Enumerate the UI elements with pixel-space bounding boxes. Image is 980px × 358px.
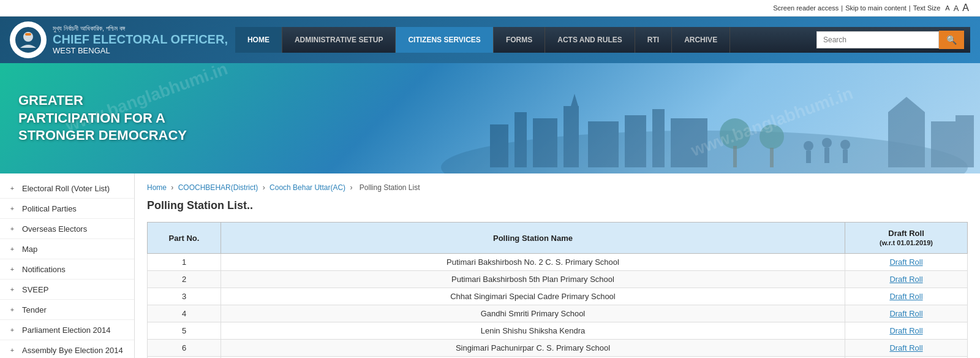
sidebar-item-map[interactable]: + Map xyxy=(0,239,134,259)
sidebar: + Electoral Roll (Voter List) + Politica… xyxy=(0,173,135,358)
sidebar-item-parliament-election[interactable]: + Parliament Election 2014 xyxy=(0,320,134,340)
svg-point-19 xyxy=(822,138,832,148)
sidebar-item-sveep[interactable]: + SVEEP xyxy=(0,280,134,300)
svg-rect-23 xyxy=(888,112,925,167)
font-a-small[interactable]: A xyxy=(945,4,949,12)
th-draft-roll-label: Draft Roll xyxy=(888,229,924,238)
search-input[interactable] xyxy=(816,31,939,48)
svg-point-21 xyxy=(840,140,850,150)
svg-rect-18 xyxy=(806,151,811,163)
sidebar-label-6: Tender xyxy=(22,305,47,314)
table-row: 5 Lenin Shishu Shiksha Kendra Draft Roll xyxy=(148,322,968,340)
svg-rect-25 xyxy=(931,121,956,167)
cell-draft-roll[interactable]: Draft Roll xyxy=(845,340,968,357)
svg-rect-16 xyxy=(770,148,774,167)
page-title: Polling Station List.. xyxy=(147,199,968,212)
breadcrumb-district[interactable]: COOCHBEHAR(District) xyxy=(178,183,258,192)
cell-part-no: 2 xyxy=(148,271,221,288)
sidebar-item-assembly-bye-election[interactable]: + Assembly Bye Election 2014 xyxy=(0,340,134,358)
plus-icon-8: + xyxy=(7,345,17,355)
search-button[interactable]: 🔍 xyxy=(939,31,964,49)
svg-rect-26 xyxy=(956,115,974,167)
banner-line3: STRONGER DEMOCRACY xyxy=(18,127,187,145)
cell-station-name: Gandhi Smriti Primary School xyxy=(221,305,845,322)
plus-icon-7: + xyxy=(7,325,17,335)
cell-station-name: Singimari Pachunirpar C. S. Primary Scho… xyxy=(221,340,845,357)
plus-icon-4: + xyxy=(7,264,17,274)
logo-text: মুখ্য নির্বাচনী আধিকারিক, পশ্চিম বঙ্গ CH… xyxy=(53,25,228,55)
th-draft-roll: Draft Roll (w.r.t 01.01.2019) xyxy=(845,223,968,254)
nav-citizens-services[interactable]: CITIZENS SERVICES xyxy=(396,27,493,53)
cell-draft-roll[interactable]: Draft Roll xyxy=(845,322,968,340)
banner-silhouette-icon xyxy=(429,88,980,173)
cell-station-name: Chhat Singimari Special Cadre Primary Sc… xyxy=(221,288,845,305)
sidebar-item-political-parties[interactable]: + Political Parties xyxy=(0,199,134,219)
svg-rect-9 xyxy=(588,121,619,167)
cell-draft-roll[interactable]: Draft Roll xyxy=(845,254,968,271)
plus-icon-1: + xyxy=(7,204,17,213)
sidebar-label-3: Map xyxy=(22,245,37,254)
th-station-name: Polling Station Name xyxy=(221,223,845,254)
cell-part-no: 1 xyxy=(148,254,221,271)
cell-draft-roll[interactable]: Draft Roll xyxy=(845,288,968,305)
breadcrumb-ac[interactable]: Cooch Behar Uttar(AC) xyxy=(270,183,345,192)
plus-icon-5: + xyxy=(7,284,17,294)
skip-link[interactable]: Skip to main content xyxy=(845,4,907,12)
cell-draft-roll[interactable]: Draft Roll xyxy=(845,305,968,322)
plus-icon-0: + xyxy=(7,183,17,193)
table-row: 3 Chhat Singimari Special Cadre Primary … xyxy=(148,288,968,305)
breadcrumb-current: Polling Station List xyxy=(360,183,420,192)
sidebar-label-8: Assembly Bye Election 2014 xyxy=(22,346,123,355)
cell-station-name: Lenin Shishu Shiksha Kendra xyxy=(221,322,845,340)
svg-rect-7 xyxy=(564,106,579,167)
search-area: 🔍 xyxy=(810,27,970,53)
svg-rect-10 xyxy=(625,115,646,167)
election-logo-icon xyxy=(13,25,43,55)
draft-roll-link[interactable]: Draft Roll xyxy=(889,326,922,335)
svg-rect-2 xyxy=(25,33,31,36)
table-row: 6 Singimari Pachunirpar C. S. Primary Sc… xyxy=(148,340,968,357)
screen-reader-link[interactable]: Screen reader access xyxy=(773,4,839,12)
sidebar-item-electoral-roll[interactable]: + Electoral Roll (Voter List) xyxy=(0,178,134,199)
nav-forms[interactable]: FORMS xyxy=(494,27,545,53)
top-bar: Screen reader access | Skip to main cont… xyxy=(0,0,980,17)
sidebar-item-overseas-electors[interactable]: + Overseas Electors xyxy=(0,219,134,239)
nav-home[interactable]: HOME xyxy=(235,27,282,53)
banner-line1: GREATER xyxy=(18,92,187,110)
table-row: 1 Putimari Bakshirbosh No. 2 C. S. Prima… xyxy=(148,254,968,271)
content-area: Home › COOCHBEHAR(District) › Cooch Beha… xyxy=(135,173,980,358)
sidebar-item-tender[interactable]: + Tender xyxy=(0,300,134,320)
main-nav: HOME ADMINISTRATIVE SETUP CITIZENS SERVI… xyxy=(235,27,970,53)
cell-part-no: 3 xyxy=(148,288,221,305)
nav-admin-setup[interactable]: ADMINISTRATIVE SETUP xyxy=(282,27,396,53)
svg-rect-20 xyxy=(824,148,829,163)
draft-roll-link[interactable]: Draft Roll xyxy=(889,275,922,284)
sidebar-label-5: SVEEP xyxy=(22,285,48,294)
draft-roll-link[interactable]: Draft Roll xyxy=(889,292,922,301)
draft-roll-link[interactable]: Draft Roll xyxy=(889,257,922,267)
font-a-medium[interactable]: A xyxy=(954,4,959,13)
th-part-no: Part No. xyxy=(148,223,221,254)
font-a-large[interactable]: A xyxy=(962,2,969,13)
sidebar-label-0: Electoral Roll (Voter List) xyxy=(22,184,110,193)
logo-area: মুখ্য নির্বাচনী আধিকারিক, পশ্চিম বঙ্গ CH… xyxy=(10,21,228,58)
svg-rect-4 xyxy=(490,124,508,167)
separator: | xyxy=(841,4,843,12)
draft-roll-link[interactable]: Draft Roll xyxy=(889,309,922,318)
plus-icon-3: + xyxy=(7,244,17,254)
cell-part-no: 5 xyxy=(148,322,221,340)
breadcrumb-home[interactable]: Home xyxy=(147,183,167,192)
breadcrumb: Home › COOCHBEHAR(District) › Cooch Beha… xyxy=(147,183,968,192)
sidebar-item-notifications[interactable]: + Notifications xyxy=(0,259,134,280)
nav-archive[interactable]: ARCHIVE xyxy=(672,27,730,53)
breadcrumb-sep2: › xyxy=(263,183,267,192)
sidebar-label-7: Parliament Election 2014 xyxy=(22,326,111,335)
cell-draft-roll[interactable]: Draft Roll xyxy=(845,271,968,288)
nav-rti[interactable]: RTI xyxy=(635,27,672,53)
table-body: 1 Putimari Bakshirbosh No. 2 C. S. Prima… xyxy=(148,254,968,359)
th-draft-roll-sub: (w.r.t 01.01.2019) xyxy=(880,239,933,246)
nav-acts-rules[interactable]: ACTS AND RULES xyxy=(545,27,635,53)
site-header: মুখ্য নির্বাচনী আধিকারিক, পশ্চিম বঙ্গ CH… xyxy=(0,17,980,63)
draft-roll-link[interactable]: Draft Roll xyxy=(889,343,922,352)
svg-rect-6 xyxy=(533,118,557,167)
